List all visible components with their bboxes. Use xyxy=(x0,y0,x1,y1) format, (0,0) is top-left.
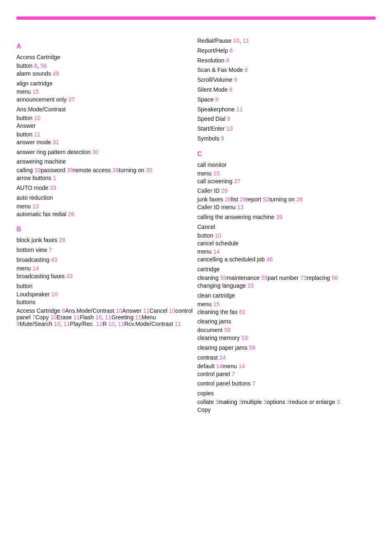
index-number: 8 xyxy=(230,47,233,54)
index-entry: Loudspeaker 10 xyxy=(16,291,58,298)
index-entry: menu 14 xyxy=(197,248,220,255)
index-number: 3 xyxy=(239,399,242,405)
index-number: 59 xyxy=(220,275,227,281)
index-entry: bottom view 7 xyxy=(16,245,193,255)
index-entry: cartridge xyxy=(197,265,392,275)
index-entry: Ans.Mode/Contrast 10 xyxy=(65,307,122,314)
index-entry: copies xyxy=(197,389,392,399)
index-entry: Resolution 8 xyxy=(197,56,392,66)
index-number: 14 xyxy=(32,265,39,272)
index-entry: reduce or enlarge 3 xyxy=(290,399,340,405)
index-entry: call monitor xyxy=(197,160,392,170)
index-entry: arrow buttons 1 xyxy=(16,173,193,183)
index-number: 55 xyxy=(261,275,268,281)
index-entry: turning on 35 xyxy=(119,167,152,173)
index-entry: Answer 11 xyxy=(122,307,150,314)
index-number: 9 xyxy=(227,115,230,122)
index-number: 11 xyxy=(105,314,112,321)
index-number: 28 xyxy=(296,196,303,203)
index-entry: list 28 xyxy=(231,196,247,203)
index-entry: button xyxy=(16,282,193,291)
index-entry: cancelling a scheduled job 46 xyxy=(197,255,392,265)
section-letter: A xyxy=(16,43,193,50)
index-number: 10 xyxy=(169,307,175,314)
index-number: 39 xyxy=(276,214,282,220)
index-entry: answer mode 31 xyxy=(16,138,193,148)
index-entry: Access Cartridge xyxy=(16,53,193,62)
index-number: 1 xyxy=(53,175,56,181)
index-number: 30 xyxy=(92,149,99,155)
index-number: 15 xyxy=(213,170,220,177)
index-entry: Scroll/Volume 9 xyxy=(197,75,392,85)
index-number: 10 xyxy=(95,314,102,321)
index-entry: Copy 10 xyxy=(35,314,57,321)
index-number: 33 xyxy=(50,185,56,191)
index-entry: AUTO mode 33 xyxy=(16,183,193,193)
index-number: 13 xyxy=(32,203,39,210)
index-entry: Cancel 10 xyxy=(150,307,175,314)
index-number: 10 xyxy=(51,291,58,298)
index-entry: Play/Rec. 11 xyxy=(70,321,102,327)
index-entry: call screening 37 xyxy=(197,177,392,187)
index-number: 11 xyxy=(143,307,150,314)
section-letter: C xyxy=(197,150,392,158)
index-number: 8 xyxy=(244,67,248,73)
index-number: 39 xyxy=(113,167,119,173)
index-entry: cancel schedule xyxy=(197,239,392,249)
index-number: 13 xyxy=(237,204,244,210)
index-entry: Redial/Pause 10, 11 xyxy=(197,36,392,46)
index-number: 3 xyxy=(263,399,267,405)
index-number: 9 xyxy=(215,96,219,103)
top-bar xyxy=(16,16,376,20)
index-entry: announcement only 37 xyxy=(16,95,193,105)
index-entry: broadcasting 43 xyxy=(16,255,193,265)
index-entry: clearing jams xyxy=(197,317,392,327)
index-number: 56 xyxy=(332,275,338,281)
index-entry: control panel buttons 7 xyxy=(197,379,392,389)
index-entry: junk faxes 28 xyxy=(197,196,231,203)
index-entry: contrast 24 xyxy=(197,353,392,363)
index-number: 11 xyxy=(135,314,142,321)
index-number: 9 xyxy=(234,76,237,83)
index-entry: Speakerphone 11 xyxy=(197,105,392,115)
index-entry: button 11 xyxy=(16,131,40,138)
index-entry: Flash 10, 11 xyxy=(80,314,111,321)
index-number: 28 xyxy=(59,237,66,243)
index-number: 8 xyxy=(226,57,229,64)
index-entry: Caller ID menu 13 xyxy=(197,203,392,212)
index-number: 35 xyxy=(146,167,152,173)
index-entry: block junk faxes 28 xyxy=(16,235,193,245)
index-number: 7 xyxy=(32,314,35,321)
index-entry: button 10 xyxy=(197,232,221,239)
index-entry: button 10 xyxy=(16,115,40,121)
index-entry: Rcv.Mode/Contrast 11 xyxy=(124,321,181,327)
index-entry: automatic fax redial 26 xyxy=(16,210,193,219)
index-number: 11 xyxy=(34,131,41,138)
index-number: 11 xyxy=(74,314,80,321)
index-number: 11 xyxy=(243,37,249,44)
index-number: 15 xyxy=(247,282,254,289)
index-number: 14 xyxy=(238,363,245,369)
index-number: 11 xyxy=(63,321,70,327)
index-number: 11 xyxy=(118,321,125,327)
index-number: 3 xyxy=(287,399,290,405)
index-number: 8 xyxy=(34,62,37,69)
index-number: 28 xyxy=(221,187,228,194)
page: AAccess Cartridgebutton 8, 56alarm sound… xyxy=(0,0,392,554)
index-number: 49 xyxy=(53,70,59,77)
index-entry: R 10, 11 xyxy=(102,321,124,327)
index-number: 14 xyxy=(213,248,220,255)
index-number: 37 xyxy=(234,178,241,185)
index-number: 10 xyxy=(54,321,60,327)
index-number: 15 xyxy=(213,301,220,307)
index-entry: Report/Help 8 xyxy=(197,46,392,56)
index-number: 10 xyxy=(116,307,122,314)
index-number: 7 xyxy=(252,380,256,387)
index-entry: clean cartridge xyxy=(197,291,392,301)
index-number: 10 xyxy=(34,115,41,121)
index-number: 7 xyxy=(49,247,52,253)
index-entry: Space 9 xyxy=(197,95,392,105)
index-number: 11 xyxy=(96,321,103,327)
index-entry: Erase 11 xyxy=(57,314,80,321)
index-entry: calling the answering machine 39 xyxy=(197,212,392,222)
